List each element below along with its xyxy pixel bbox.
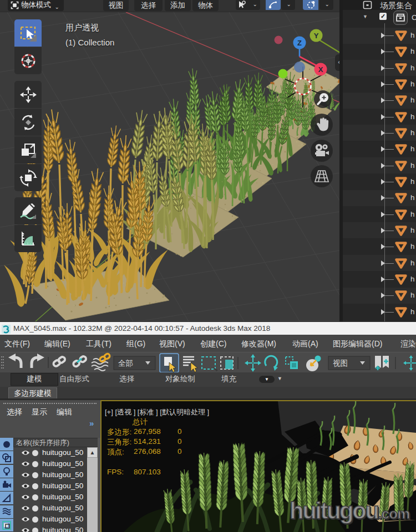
svg-text:Z: Z — [297, 39, 302, 47]
svg-text:X: X — [318, 65, 323, 74]
svg-text:全部: 全部 — [118, 359, 133, 367]
svg-text:Y: Y — [314, 32, 319, 40]
svg-text:视图: 视图 — [333, 359, 348, 367]
